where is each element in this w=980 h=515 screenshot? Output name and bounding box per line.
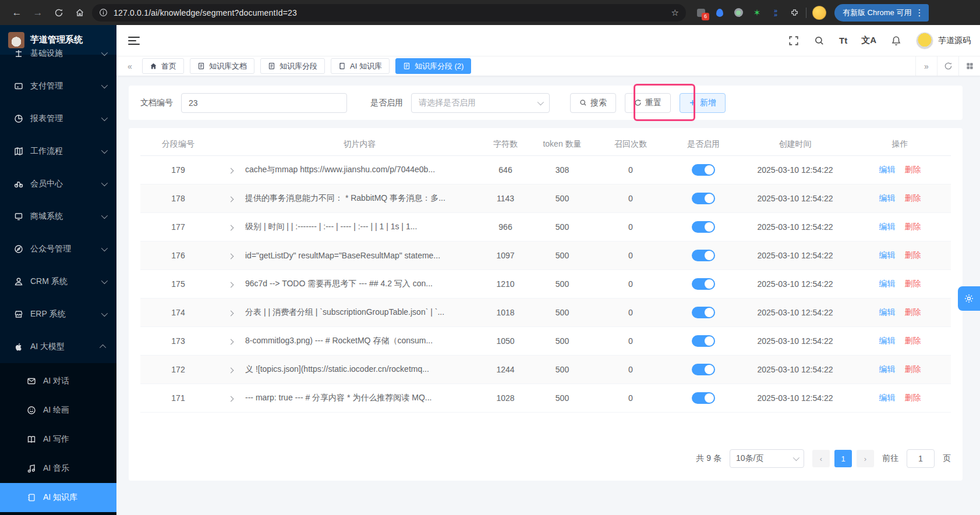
edit-link[interactable]: 编辑 [879,393,896,403]
enabled-toggle[interactable] [692,364,715,375]
prev-page-button[interactable]: ‹ [812,450,830,467]
current-page-button[interactable]: 1 [834,450,852,467]
reset-button[interactable]: 重置 [625,93,671,113]
browser-forward-button[interactable]: → [29,4,47,22]
segment-id: 173 [140,336,216,346]
refresh-page-icon[interactable] [937,56,958,76]
expand-row-icon[interactable] [228,225,233,231]
expand-row-icon[interactable] [228,339,233,345]
expand-row-icon[interactable] [228,168,233,174]
segment-content: 分表 | | 消费者分组 | `subscriptionGroupTable.j… [245,307,482,318]
sidebar-item-report[interactable]: 报表管理 [0,102,116,135]
notification-bell-icon[interactable] [890,35,902,47]
edit-link[interactable]: 编辑 [879,279,896,289]
extensions-puzzle-icon[interactable] [788,7,800,19]
sidebar-item-ai[interactable]: AI 大模型 [0,331,116,363]
token-count: 500 [529,393,596,403]
sidebar-item-ai-draw[interactable]: AI 绘画 [0,396,116,425]
user-menu[interactable]: 芋道源码 [916,32,971,49]
expand-row-icon[interactable] [228,311,233,317]
expand-row-icon[interactable] [228,282,233,288]
delete-link[interactable]: 删除 [905,364,921,375]
page-size-select[interactable]: 10条/页 [730,449,804,468]
doc-id-input[interactable]: 23 [181,93,347,113]
extension-icon-balloon[interactable] [714,7,726,19]
layout-grid-icon[interactable] [958,56,980,76]
tab-knowledge-segment[interactable]: 知识库分段 [260,58,325,74]
edit-link[interactable]: 编辑 [879,336,896,346]
edit-link[interactable]: 编辑 [879,193,896,204]
browser-home-button[interactable] [71,4,89,22]
enabled-toggle[interactable] [692,164,715,176]
extension-icon-circle[interactable] [733,7,744,19]
extension-icon-star[interactable]: ✶ [751,7,763,19]
goto-page-input[interactable]: 1 [907,449,935,468]
sidebar-item-official-account[interactable]: 公众号管理 [0,233,116,265]
expand-row-icon[interactable] [228,368,233,374]
delete-link[interactable]: 删除 [905,193,921,204]
delete-link[interactable]: 删除 [905,279,921,289]
edit-link[interactable]: 编辑 [879,222,896,232]
search-button[interactable]: 搜索 [570,93,616,113]
tab-knowledge-segment-2[interactable]: 知识库分段 (2) [395,58,472,74]
delete-link[interactable]: 删除 [905,336,921,346]
tab-ai-knowledge[interactable]: AI 知识库 [331,58,390,74]
edit-link[interactable]: 编辑 [879,165,896,175]
enabled-toggle[interactable] [692,221,715,233]
sidebar-item-ai-write[interactable]: AI 写作 [0,425,116,454]
tab-knowledge-doc[interactable]: 知识库文档 [190,58,254,74]
enable-filter-select[interactable]: 请选择是否启用 [411,93,550,113]
expand-row-icon[interactable] [228,396,233,402]
sidebar-item-ai-music[interactable]: AI 音乐 [0,454,116,483]
browser-profile-avatar[interactable] [812,6,826,20]
tabs-scroll-left-icon[interactable]: « [122,62,137,71]
delete-link[interactable]: 删除 [905,393,921,403]
sidebar-item-erp[interactable]: ERP 系统 [0,298,116,331]
delete-link[interactable]: 删除 [905,307,921,318]
sidebar-item-ai-knowledge[interactable]: AI 知识库 [0,483,116,512]
enabled-toggle[interactable] [692,392,715,404]
fullscreen-icon[interactable] [788,35,799,47]
recall-count: 0 [596,279,666,289]
sidebar-item-ai-chat[interactable]: AI 对话 [0,367,116,396]
translate-icon[interactable]: 文A [861,35,876,46]
delete-link[interactable]: 删除 [905,222,921,232]
enabled-toggle[interactable] [692,335,715,347]
edit-link[interactable]: 编辑 [879,250,896,261]
search-icon[interactable] [813,35,825,47]
browser-back-button[interactable]: ← [8,4,26,22]
delete-link[interactable]: 删除 [905,165,921,175]
sidebar-item-mall[interactable]: 商城系统 [0,200,116,233]
expand-row-icon[interactable] [228,197,233,203]
enabled-toggle[interactable] [692,278,715,290]
font-size-icon[interactable]: Tt [839,35,847,45]
chrome-update-label: 有新版 Chrome 可用 [843,8,911,18]
url-text[interactable]: 127.0.0.1/ai/knowledge/segment?documentI… [114,8,666,17]
collapse-menu-icon[interactable] [128,37,140,45]
edit-link[interactable]: 编辑 [879,364,896,375]
bookmark-star-icon[interactable]: ☆ [671,8,679,18]
expand-row-icon[interactable] [228,254,233,260]
address-bar[interactable]: 127.0.0.1/ai/knowledge/segment?documentI… [92,4,686,22]
tab-home[interactable]: 首页 [142,58,184,74]
enabled-toggle[interactable] [692,307,715,318]
theme-settings-button[interactable] [958,286,980,311]
delete-link[interactable]: 删除 [905,250,921,261]
sidebar-item-crm[interactable]: CRM 系统 [0,265,116,298]
sidebar-item-payment[interactable]: 支付管理 [0,70,116,102]
extension-icon-red[interactable]: 6 [695,7,707,19]
sidebar-item-workflow[interactable]: 工作流程 [0,135,116,168]
next-page-button[interactable]: › [857,450,874,467]
tabs-scroll-right-icon[interactable]: » [915,56,937,76]
edit-link[interactable]: 编辑 [879,307,896,318]
enabled-toggle[interactable] [692,193,715,204]
enabled-toggle[interactable] [692,250,715,261]
extension-icon-layers[interactable]: »» [770,7,781,19]
col-header-content: 切片内容 [245,139,482,150]
browser-reload-button[interactable] [50,4,68,22]
sidebar-item-member[interactable]: 会员中心 [0,168,116,200]
add-button[interactable]: 新增 [680,93,726,113]
chrome-update-pill[interactable]: 有新版 Chrome 可用 ⋮ [834,4,929,22]
browser-menu-icon[interactable]: ⋮ [915,8,924,18]
site-info-icon[interactable] [99,8,108,17]
